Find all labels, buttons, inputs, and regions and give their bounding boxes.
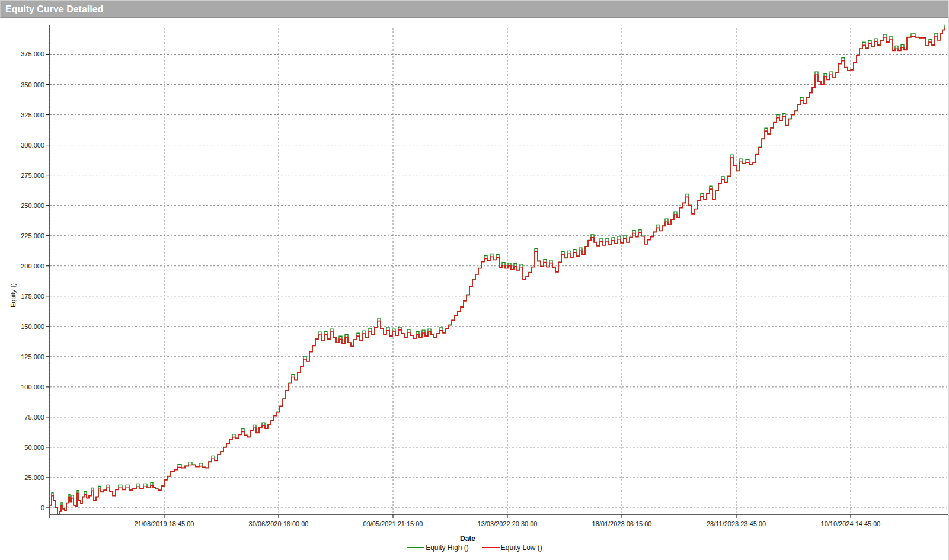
- chart-legend: Equity High () Equity Low (): [0, 543, 949, 552]
- equity-chart: 025.00050.00075.000100.000125.000150.000…: [0, 0, 949, 560]
- x-tick-label: 21/08/2019 18:45:00: [135, 520, 194, 527]
- y-tick-label: 25.000: [24, 474, 44, 481]
- equity-low-series-line: [50, 28, 944, 514]
- x-tick-label: 18/01/2023 06:15:00: [592, 520, 652, 527]
- y-tick-label: 175.000: [21, 293, 44, 300]
- y-tick-label: 200.000: [21, 263, 44, 270]
- h-gridlines: 025.00050.00075.000100.000125.000150.000…: [21, 50, 947, 511]
- legend-label-equity-low: Equity Low (): [501, 543, 542, 552]
- x-tick-label: 09/05/2021 21:15:00: [363, 520, 423, 527]
- y-tick-label: 125.000: [21, 353, 44, 360]
- x-tick-label: 28/11/2023 23:45:00: [707, 520, 766, 527]
- x-axis-title: Date: [50, 535, 886, 543]
- y-tick-label: 325.000: [21, 111, 44, 119]
- y-tick-label: 250.000: [21, 202, 44, 209]
- y-tick-label: 375.000: [21, 50, 44, 57]
- y-tick-label: 100.000: [21, 383, 44, 391]
- x-tick-label: 13/03/2022 20:30:00: [478, 520, 538, 527]
- window-title: Equity Curve Detailed: [5, 4, 103, 14]
- window-titlebar[interactable]: Equity Curve Detailed: [0, 0, 948, 18]
- y-tick-label: 75.000: [24, 414, 44, 421]
- x-tick-label: 30/06/2020 16:00:00: [249, 520, 309, 527]
- equity-low-line-sample: [482, 547, 500, 548]
- equity-high-series-line: [50, 25, 944, 514]
- y-tick-label: 275.000: [21, 172, 44, 179]
- y-tick-label: 50.000: [24, 444, 44, 451]
- y-axis-title: Equity (): [9, 283, 17, 308]
- y-tick-label: 0: [41, 504, 44, 511]
- legend-item-equity-low[interactable]: Equity Low (): [482, 543, 542, 552]
- legend-label-equity-high: Equity High (): [426, 543, 469, 552]
- v-gridlines: 21/08/2019 18:45:0030/06/2020 16:00:0009…: [50, 28, 880, 527]
- equity-high-line-sample: [407, 547, 424, 548]
- y-tick-label: 300.000: [21, 142, 44, 149]
- chart-area: 025.00050.00075.000100.000125.000150.000…: [0, 0, 949, 560]
- legend-item-equity-high[interactable]: Equity High (): [407, 543, 469, 552]
- y-tick-label: 150.000: [21, 323, 44, 330]
- x-tick-label: 10/10/2024 14:45:00: [821, 520, 881, 527]
- y-tick-label: 225.000: [21, 232, 44, 239]
- y-tick-label: 350.000: [21, 81, 44, 88]
